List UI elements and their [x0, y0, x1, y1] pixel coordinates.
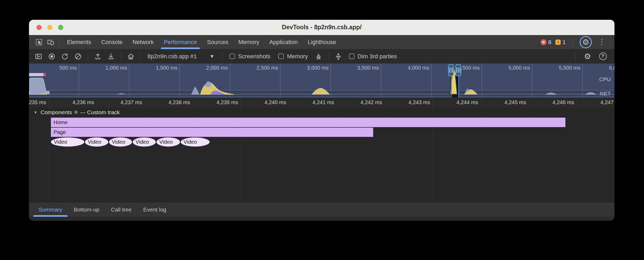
tab-call-tree[interactable]: Call tree	[105, 203, 137, 217]
error-icon: ✕	[541, 39, 546, 45]
selection-left-handle[interactable]	[448, 64, 454, 76]
zoom-window-button[interactable]	[58, 25, 63, 30]
checkbox-icon	[278, 54, 284, 59]
reload-and-record-button[interactable]	[59, 51, 71, 62]
tab-performance[interactable]: Performance	[159, 35, 202, 49]
dim-3rd-parties-checkbox[interactable]: Dim 3rd parties	[349, 53, 397, 60]
track-bar-home[interactable]: Home	[51, 118, 565, 127]
close-window-button[interactable]	[36, 25, 42, 30]
load-profile-icon[interactable]	[92, 51, 104, 62]
gridline	[48, 108, 49, 202]
toggle-sidebar-button[interactable]	[33, 51, 44, 62]
timeline-overview[interactable]: 500 ms1,000 ms1,500 ms2,000 ms2,500 ms3,…	[29, 64, 614, 98]
gridline	[576, 98, 576, 108]
traffic-lights	[36, 25, 63, 30]
memory-checkbox[interactable]: Memory	[278, 53, 308, 60]
track-bar-video[interactable]: Video	[51, 137, 84, 147]
tab-summary[interactable]: Summary	[33, 203, 68, 217]
error-count: 8	[548, 39, 551, 45]
tabbar-right: ✕ 8 ! 1 ⚙ ⋮	[541, 36, 610, 48]
disclosure-triangle-icon[interactable]: ▼	[34, 110, 37, 114]
collect-garbage-icon[interactable]	[313, 51, 324, 62]
selection-right-handle[interactable]	[455, 64, 461, 76]
divider	[141, 52, 141, 61]
collapse-tracks-icon[interactable]	[333, 51, 344, 62]
custom-track-title: Components ⚛ — Custom track	[41, 109, 120, 115]
ruler-tick-label: 4,238 ms	[151, 99, 190, 105]
performance-toolbar: 8p2n9n.csb.app #1 ▼ Screenshots Memory	[29, 49, 614, 64]
cpu-label: CPU	[599, 76, 611, 83]
cpu-activity-chart	[29, 64, 614, 98]
window-title: DevTools - 8p2n9n.csb.app/	[282, 24, 362, 31]
clear-recording-button[interactable]	[72, 51, 84, 62]
tab-event-log[interactable]: Event log	[137, 203, 172, 217]
track-bar-video[interactable]: Video	[133, 137, 156, 147]
track-bar-video[interactable]: Video	[181, 137, 210, 147]
screenshots-checkbox[interactable]: Screenshots	[229, 53, 270, 60]
warning-count: 1	[563, 39, 566, 45]
tab-memory[interactable]: Memory	[233, 35, 264, 49]
tab-application[interactable]: Application	[264, 35, 303, 49]
gridline	[384, 98, 385, 108]
ruler-tick-label: 4,240 ms	[247, 99, 286, 105]
tab-network[interactable]: Network	[127, 35, 159, 49]
checkbox-icon	[349, 54, 354, 59]
ruler-tick-label: 4,235 ms	[29, 99, 46, 105]
tab-console[interactable]: Console	[96, 35, 128, 49]
inspect-element-icon[interactable]	[33, 36, 45, 48]
settings-button-focused[interactable]: ⚙	[580, 36, 592, 48]
tab-elements[interactable]: Elements	[62, 35, 96, 49]
warning-icon: !	[555, 40, 561, 45]
ruler-tick-label: 4,236 ms	[55, 99, 94, 105]
track-bar-video[interactable]: Video	[85, 137, 108, 147]
ruler-tick-label: 4,247 ms	[583, 99, 614, 105]
gridline	[432, 98, 432, 108]
gridline	[144, 98, 145, 108]
chevron-down-icon[interactable]: ▼	[209, 54, 214, 59]
titlebar: DevTools - 8p2n9n.csb.app/	[29, 20, 614, 35]
custom-track-header[interactable]: ▼ Components ⚛ — Custom track	[34, 109, 120, 115]
ruler-tick-label: 4,243 ms	[391, 99, 430, 105]
more-options-button[interactable]: ⋮	[596, 36, 608, 48]
minimize-window-button[interactable]	[47, 25, 52, 30]
home-icon[interactable]	[125, 51, 137, 62]
save-profile-icon[interactable]	[105, 51, 117, 62]
divider	[573, 38, 573, 46]
devtools-window: DevTools - 8p2n9n.csb.app/ ElementsConso…	[29, 20, 614, 221]
tab-sources[interactable]: Sources	[202, 35, 233, 49]
net-label: NET	[600, 90, 611, 97]
ruler-tick-label: 4,244 ms	[439, 99, 478, 105]
track-bar-video[interactable]: Video	[109, 137, 132, 147]
gridline	[96, 98, 97, 108]
panel-tabs: ElementsConsoleNetworkPerformanceSources…	[62, 35, 341, 49]
capture-settings-button[interactable]: ⚙	[582, 51, 593, 62]
help-button[interactable]: ?	[597, 51, 609, 62]
divider	[328, 52, 329, 61]
selection-right-line	[458, 75, 459, 98]
gridline	[480, 98, 480, 108]
divider	[59, 38, 59, 46]
device-toolbar-icon[interactable]	[45, 36, 56, 48]
tab-lighthouse[interactable]: Lighthouse	[303, 35, 341, 49]
tab-bottom-up[interactable]: Bottom-up	[68, 203, 105, 217]
gridline	[48, 98, 49, 108]
flame-chart[interactable]: ▼ Components ⚛ — Custom track HomePageVi…	[29, 108, 614, 202]
ruler-tick-label: 4,239 ms	[199, 99, 238, 105]
warning-badge[interactable]: ! 1	[555, 39, 566, 45]
ruler-tick-label: 4,241 ms	[295, 99, 334, 105]
track-bar-page[interactable]: Page	[51, 128, 373, 137]
selection-left-line	[451, 75, 452, 98]
timeline-ruler[interactable]: 4,235 ms4,236 ms4,237 ms4,238 ms4,239 ms…	[29, 98, 614, 108]
ruler-tick-label: 4,237 ms	[103, 99, 142, 105]
checkbox-icon	[229, 54, 235, 59]
grip-icon	[456, 68, 460, 73]
gridline	[528, 98, 528, 108]
divider	[88, 52, 88, 61]
history-selector[interactable]: 8p2n9n.csb.app #1	[147, 53, 197, 60]
gear-icon: ⚙	[582, 38, 589, 46]
record-button[interactable]	[46, 51, 57, 62]
ruler-tick-label: 4,242 ms	[343, 99, 382, 105]
track-bar-video[interactable]: Video	[156, 137, 180, 147]
error-badge[interactable]: ✕ 8	[541, 39, 551, 45]
kebab-menu-icon: ⋮	[598, 38, 605, 46]
